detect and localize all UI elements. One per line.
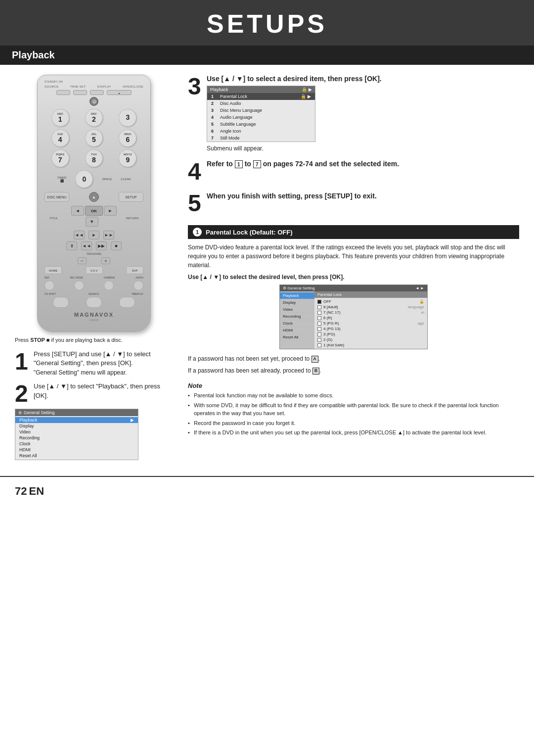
dubbing-button[interactable] <box>104 281 114 290</box>
menu-item-hdmi[interactable]: HDMI <box>15 447 138 453</box>
display-button[interactable] <box>90 90 104 95</box>
p-row-2[interactable]: 2 (G) <box>314 337 427 342</box>
row-6-label: Angle Icon <box>220 129 241 134</box>
p-row-off[interactable]: OFF 🔒 <box>314 299 427 304</box>
checkbox-8[interactable] <box>317 305 321 309</box>
nav-down-button[interactable]: ▼ <box>86 217 98 227</box>
step-4-content: Refer to 1 to 7 on pages 72-74 and set t… <box>207 160 519 168</box>
button-2[interactable]: DEF 2 <box>85 109 103 127</box>
setup-button[interactable]: SETUP <box>119 192 143 202</box>
button-0[interactable]: 0 <box>75 170 93 188</box>
parental-header: 1 Parental Lock (Default: OFF) <box>188 225 519 239</box>
num-8-label: 8 <box>91 156 97 164</box>
ok-button[interactable]: OK <box>85 206 103 216</box>
p-left-recording[interactable]: Recording <box>280 313 314 320</box>
p-left-display[interactable]: Display <box>280 299 314 306</box>
p-row-6[interactable]: 6 (R) <box>314 315 427 321</box>
fwd2-button[interactable]: ▶▶ <box>96 241 107 250</box>
p-row-4[interactable]: 4 (PG 13) <box>314 326 427 331</box>
up-arrow-button[interactable]: ▲ <box>89 192 99 202</box>
playback-row-1[interactable]: 1 Parental Lock 🔒 ▶ <box>207 93 315 100</box>
rewind2-button[interactable]: ◄◄ <box>81 241 92 250</box>
checkbox-6[interactable] <box>317 316 321 320</box>
ref-button[interactable] <box>44 281 54 290</box>
button-5[interactable]: JKL 5 <box>85 129 103 147</box>
openclose-button[interactable]: ▲ <box>107 90 132 95</box>
menu-item-video[interactable]: Video <box>15 429 138 435</box>
recmode-button[interactable] <box>74 281 84 290</box>
playback-row-3[interactable]: 3 Disc Menu Language <box>207 107 315 114</box>
menu-item-recording[interactable]: Recording <box>15 435 138 441</box>
p-row-7[interactable]: 7 (NC 17) el <box>314 310 427 315</box>
menu-recording-label: Recording <box>19 435 40 440</box>
main-content: STANDBY·ON SOURCE TRIM SET DISPLAY OPENC… <box>0 65 534 471</box>
general-setting-menu: ⚙ General Setting Playback ▶ Display Vid… <box>15 409 138 460</box>
p-row-5[interactable]: 5 (PG R) age <box>314 321 427 326</box>
checkbox-3[interactable] <box>317 332 321 336</box>
playback-row-7[interactable]: 7 Still Mode <box>207 135 315 142</box>
ref-label: REF <box>44 276 49 279</box>
checkbox-1[interactable] <box>317 343 321 347</box>
playback-row-5[interactable]: 5 Subtitle Language <box>207 121 315 128</box>
rewind-button[interactable]: ◄◄ <box>74 231 85 239</box>
row-4-label: Audio Language <box>220 115 253 120</box>
trimset-button[interactable] <box>73 90 87 95</box>
ab-note-a: If a password has not been set yet, proc… <box>188 354 519 363</box>
nav-right-button[interactable]: ► <box>104 206 117 216</box>
button-1[interactable]: ABC 1 <box>51 109 69 127</box>
p-left-playback[interactable]: Playback <box>280 292 314 299</box>
power-icon: ⏻ <box>92 99 96 104</box>
button-7[interactable]: PQRS 7 <box>51 149 69 167</box>
parental-menu-title: ⚙ General Setting <box>283 286 315 290</box>
p-left-clock[interactable]: Clock <box>280 320 314 327</box>
audio-button[interactable] <box>134 281 143 290</box>
p-row-8[interactable]: 8 [Adult] language <box>314 304 427 310</box>
playback-row-4[interactable]: 4 Audio Language <box>207 114 315 121</box>
p-row-1[interactable]: 1 (Kid Safe) <box>314 342 427 348</box>
p-left-resetall[interactable]: Reset All <box>280 334 314 341</box>
chshift-button[interactable] <box>53 297 69 308</box>
menu-item-playback[interactable]: Playback ▶ <box>15 417 138 423</box>
vav-button[interactable]: V.A.V <box>86 266 103 274</box>
menu-item-clock[interactable]: Clock <box>15 441 138 447</box>
source-button[interactable] <box>56 90 70 95</box>
checkbox-2[interactable] <box>317 338 321 342</box>
fast-forward-button[interactable]: ►► <box>103 231 114 239</box>
search-label: SEARCH <box>89 292 99 295</box>
pause-button[interactable]: ⏸ <box>66 241 77 250</box>
checkbox-7[interactable] <box>317 311 321 315</box>
p-left-video[interactable]: Video <box>280 306 314 313</box>
num-2-label: 2 <box>91 116 97 123</box>
play-button[interactable]: ► <box>89 231 99 239</box>
checkbox-4[interactable] <box>317 327 321 331</box>
button-4[interactable]: GHI 4 <box>51 129 69 147</box>
timeplay-button[interactable] <box>119 297 135 308</box>
tracking-minus-button[interactable]: − <box>78 257 87 264</box>
button-8[interactable]: TUV 8 <box>85 149 103 167</box>
menu-item-display[interactable]: Display <box>15 423 138 429</box>
p-row-3[interactable]: 3 (PG) <box>314 331 427 337</box>
disc-menu-button[interactable]: DISC MENU <box>44 192 69 202</box>
home-button[interactable]: HOME <box>44 266 62 274</box>
menu-item-resetall[interactable]: Reset All <box>15 453 138 459</box>
page-header: SETUPS <box>0 0 534 46</box>
stop-button[interactable]: ■ <box>111 241 122 250</box>
playback-row-6[interactable]: 6 Angle Icon <box>207 128 315 135</box>
tracking-controls: − + <box>44 257 143 264</box>
menu-title-bar: ⚙ General Setting <box>15 409 138 416</box>
parental-menu-header: ⚙ General Setting ◄ ► <box>280 285 427 291</box>
button-9[interactable]: WXYZ 9 <box>119 149 136 167</box>
nav-left-button[interactable]: ◄ <box>71 206 84 216</box>
button-6[interactable]: MNO 6 <box>119 129 136 147</box>
note-item-4: If there is a DVD in the unit when you s… <box>188 428 519 437</box>
button-3[interactable]: 3 <box>119 109 136 127</box>
tracking-plus-button[interactable]: + <box>101 257 110 264</box>
power-button[interactable]: ⏻ <box>89 97 98 106</box>
playback-row-2[interactable]: 2 Disc Audio <box>207 100 315 107</box>
checkbox-off[interactable] <box>317 300 321 304</box>
sap-button[interactable]: SAP <box>126 266 143 274</box>
p-left-hdmi[interactable]: HDMI <box>280 327 314 334</box>
search-button[interactable] <box>86 297 102 308</box>
checkbox-5[interactable] <box>317 322 321 326</box>
transport-rows: ◄◄ ► ►► ⏸ ◄◄ ▶▶ ■ <box>44 231 143 250</box>
